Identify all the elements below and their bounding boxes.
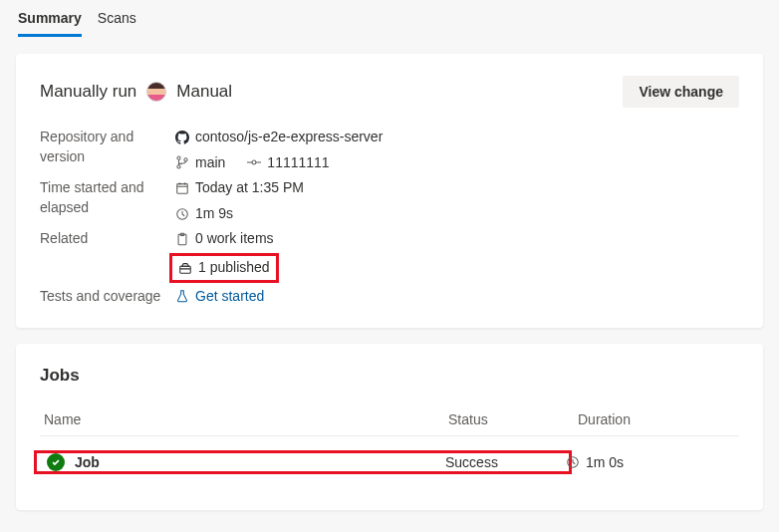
summary-info: Repository and version contoso/js-e2e-ex…	[40, 128, 739, 306]
jobs-table-header: Name Status Duration	[40, 403, 739, 436]
elapsed-line: 1m 9s	[175, 204, 739, 224]
run-title: Manually run Manual	[40, 82, 232, 102]
clipboard-icon	[175, 232, 189, 246]
label-tests: Tests and coverage	[40, 287, 171, 307]
svg-rect-13	[180, 266, 191, 273]
job-duration: 1m 0s	[586, 454, 624, 470]
published-text[interactable]: 1 published	[198, 258, 270, 278]
tests-line: Get started	[175, 287, 739, 307]
job-name-cell: Job	[43, 453, 445, 471]
view-change-button[interactable]: View change	[623, 76, 739, 108]
job-duration-cell: 1m 0s	[566, 454, 739, 470]
commit-hash[interactable]: 11111111	[267, 153, 329, 173]
repo-line: contoso/js-e2e-express-server	[175, 128, 739, 147]
svg-point-1	[177, 165, 180, 168]
branch-icon	[175, 155, 189, 169]
branch-name[interactable]: main	[195, 153, 225, 173]
clock-icon	[175, 207, 189, 221]
svg-rect-6	[177, 184, 188, 194]
col-duration: Duration	[578, 411, 739, 427]
published-highlight: 1 published	[169, 253, 279, 283]
svg-point-2	[184, 158, 187, 161]
svg-point-3	[252, 160, 256, 164]
value-related: 0 work items 1 published	[175, 229, 739, 280]
artifact-icon	[178, 261, 192, 275]
workitems-line: 0 work items	[175, 229, 739, 249]
clock-icon	[566, 455, 580, 469]
label-time: Time started and elapsed	[40, 178, 171, 223]
title-prefix: Manually run	[40, 82, 136, 102]
branch-commit-line: main 11111111	[175, 153, 739, 173]
job-row-highlight: Job Success	[34, 450, 572, 474]
repo-name[interactable]: contoso/js-e2e-express-server	[195, 128, 383, 147]
tab-scans[interactable]: Scans	[98, 0, 136, 37]
elapsed-text: 1m 9s	[195, 204, 233, 224]
workitems-text[interactable]: 0 work items	[195, 229, 274, 249]
col-name: Name	[40, 411, 448, 427]
calendar-icon	[175, 181, 189, 195]
job-status: Success	[445, 454, 563, 470]
svg-point-0	[177, 156, 180, 159]
tab-bar: Summary Scans	[0, 0, 779, 38]
flask-icon	[175, 289, 189, 303]
job-name: Job	[75, 454, 100, 470]
avatar	[146, 82, 166, 102]
value-repo: contoso/js-e2e-express-server main 11111…	[175, 128, 739, 172]
tab-summary[interactable]: Summary	[18, 0, 82, 37]
jobs-card: Jobs Name Status Duration Job Success 1m…	[16, 344, 763, 510]
get-started-link[interactable]: Get started	[195, 287, 264, 307]
title-suffix: Manual	[176, 82, 232, 102]
github-icon	[175, 131, 189, 144]
value-tests: Get started	[175, 287, 739, 307]
started-line: Today at 1:35 PM	[175, 178, 739, 198]
summary-card: Manually run Manual View change Reposito…	[16, 54, 763, 328]
label-related: Related	[40, 229, 171, 280]
success-icon	[47, 453, 65, 471]
started-text: Today at 1:35 PM	[195, 178, 304, 198]
jobs-heading: Jobs	[40, 366, 739, 386]
table-row[interactable]: Job Success 1m 0s	[40, 436, 739, 488]
col-status: Status	[448, 411, 578, 427]
label-repo: Repository and version	[40, 128, 171, 172]
value-time: Today at 1:35 PM 1m 9s	[175, 178, 739, 223]
commit-icon	[247, 155, 261, 169]
summary-header: Manually run Manual View change	[40, 76, 739, 108]
published-line-wrap: 1 published	[175, 255, 739, 281]
